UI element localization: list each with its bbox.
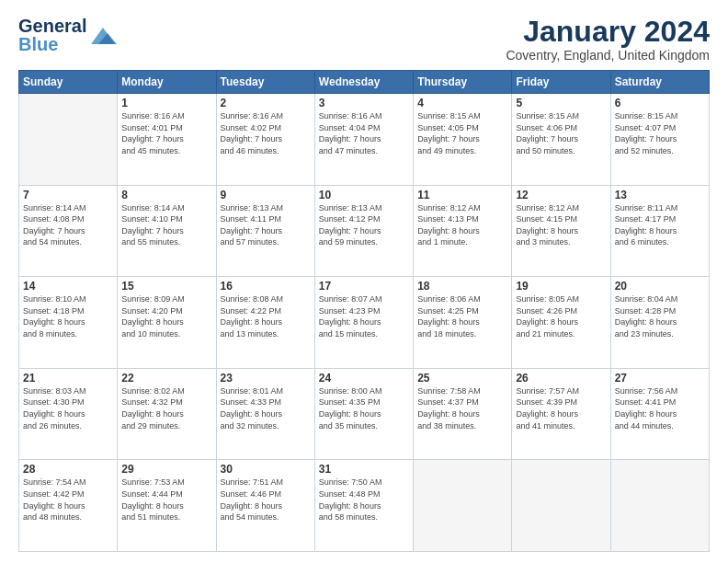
calendar-cell: 10Sunrise: 8:13 AMSunset: 4:12 PMDayligh… [314,185,413,277]
calendar-cell: 3Sunrise: 8:16 AMSunset: 4:04 PMDaylight… [314,94,413,186]
calendar-table: Sunday Monday Tuesday Wednesday Thursday… [18,70,710,552]
calendar-cell: 17Sunrise: 8:07 AMSunset: 4:23 PMDayligh… [314,277,413,369]
logo-text: General Blue [18,17,86,53]
calendar-cell: 13Sunrise: 8:11 AMSunset: 4:17 PMDayligh… [610,185,709,277]
day-info: Sunrise: 8:14 AMSunset: 4:10 PMDaylight:… [121,202,211,248]
day-number: 3 [319,97,409,109]
day-info: Sunrise: 8:01 AMSunset: 4:33 PMDaylight:… [221,385,311,431]
day-number: 31 [319,463,409,476]
calendar-cell: 2Sunrise: 8:16 AMSunset: 4:02 PMDaylight… [216,94,314,186]
day-info: Sunrise: 7:57 AMSunset: 4:39 PMDaylight:… [516,385,606,431]
calendar-header-row: Sunday Monday Tuesday Wednesday Thursday… [19,71,710,94]
calendar-cell: 15Sunrise: 8:09 AMSunset: 4:20 PMDayligh… [118,277,216,369]
day-number: 15 [121,280,211,293]
day-info: Sunrise: 8:13 AMSunset: 4:11 PMDaylight:… [221,202,311,248]
day-number: 11 [417,189,507,201]
calendar-cell [414,460,512,552]
calendar-cell: 11Sunrise: 8:12 AMSunset: 4:13 PMDayligh… [414,185,512,277]
calendar: Sunday Monday Tuesday Wednesday Thursday… [18,70,710,552]
day-number: 6 [615,97,705,109]
calendar-cell: 26Sunrise: 7:57 AMSunset: 4:39 PMDayligh… [512,368,610,460]
day-info: Sunrise: 7:56 AMSunset: 4:41 PMDaylight:… [615,385,705,431]
calendar-cell: 25Sunrise: 7:58 AMSunset: 4:37 PMDayligh… [414,368,512,460]
day-number: 17 [319,280,409,293]
day-info: Sunrise: 8:14 AMSunset: 4:08 PMDaylight:… [23,202,113,248]
day-info: Sunrise: 8:05 AMSunset: 4:26 PMDaylight:… [516,293,606,339]
day-number: 25 [417,372,507,385]
calendar-cell: 28Sunrise: 7:54 AMSunset: 4:42 PMDayligh… [19,460,118,552]
day-number: 18 [417,280,507,293]
calendar-cell: 18Sunrise: 8:06 AMSunset: 4:25 PMDayligh… [414,277,512,369]
day-info: Sunrise: 8:15 AMSunset: 4:06 PMDaylight:… [516,110,606,156]
day-number: 7 [23,189,113,201]
day-info: Sunrise: 7:54 AMSunset: 4:42 PMDaylight:… [23,477,113,523]
calendar-cell: 31Sunrise: 7:50 AMSunset: 4:48 PMDayligh… [314,460,413,552]
title-block: January 2024 Coventry, England, United K… [506,17,710,63]
calendar-cell: 21Sunrise: 8:03 AMSunset: 4:30 PMDayligh… [19,368,118,460]
day-number: 24 [319,372,409,385]
month-title: January 2024 [506,17,710,46]
day-info: Sunrise: 8:07 AMSunset: 4:23 PMDaylight:… [319,293,409,339]
day-number: 21 [23,372,113,385]
day-info: Sunrise: 8:12 AMSunset: 4:15 PMDaylight:… [516,202,606,248]
day-number: 28 [23,463,113,476]
col-thursday: Thursday [414,71,512,94]
calendar-cell: 14Sunrise: 8:10 AMSunset: 4:18 PMDayligh… [19,277,118,369]
day-info: Sunrise: 7:58 AMSunset: 4:37 PMDaylight:… [417,385,507,431]
day-info: Sunrise: 8:16 AMSunset: 4:02 PMDaylight:… [221,110,311,156]
day-number: 5 [516,97,606,109]
day-number: 30 [221,463,311,476]
day-number: 12 [516,189,606,201]
day-number: 27 [615,372,705,385]
day-info: Sunrise: 7:50 AMSunset: 4:48 PMDaylight:… [319,477,409,523]
calendar-cell: 8Sunrise: 8:14 AMSunset: 4:10 PMDaylight… [118,185,216,277]
day-info: Sunrise: 8:16 AMSunset: 4:01 PMDaylight:… [121,110,211,156]
calendar-cell: 4Sunrise: 8:15 AMSunset: 4:05 PMDaylight… [414,94,512,186]
col-sunday: Sunday [19,71,118,94]
day-info: Sunrise: 8:06 AMSunset: 4:25 PMDaylight:… [417,293,507,339]
day-info: Sunrise: 7:53 AMSunset: 4:44 PMDaylight:… [121,477,211,523]
calendar-week-row: 21Sunrise: 8:03 AMSunset: 4:30 PMDayligh… [19,368,710,460]
calendar-cell: 19Sunrise: 8:05 AMSunset: 4:26 PMDayligh… [512,277,610,369]
day-number: 29 [121,463,211,476]
calendar-cell: 22Sunrise: 8:02 AMSunset: 4:32 PMDayligh… [118,368,216,460]
calendar-week-row: 1Sunrise: 8:16 AMSunset: 4:01 PMDaylight… [19,94,710,186]
day-info: Sunrise: 8:03 AMSunset: 4:30 PMDaylight:… [23,385,113,431]
day-info: Sunrise: 8:09 AMSunset: 4:20 PMDaylight:… [121,293,211,339]
day-number: 16 [221,280,311,293]
calendar-week-row: 28Sunrise: 7:54 AMSunset: 4:42 PMDayligh… [19,460,710,552]
day-number: 20 [615,280,705,293]
day-number: 13 [615,189,705,201]
logo-icon [89,24,117,46]
calendar-cell: 29Sunrise: 7:53 AMSunset: 4:44 PMDayligh… [118,460,216,552]
calendar-week-row: 7Sunrise: 8:14 AMSunset: 4:08 PMDaylight… [19,185,710,277]
calendar-cell: 27Sunrise: 7:56 AMSunset: 4:41 PMDayligh… [610,368,709,460]
day-number: 10 [319,189,409,201]
logo-blue: Blue [18,34,58,54]
calendar-cell [19,94,118,186]
day-info: Sunrise: 8:00 AMSunset: 4:35 PMDaylight:… [319,385,409,431]
day-number: 1 [121,97,211,109]
calendar-cell: 9Sunrise: 8:13 AMSunset: 4:11 PMDaylight… [216,185,314,277]
day-info: Sunrise: 7:51 AMSunset: 4:46 PMDaylight:… [221,477,311,523]
calendar-cell: 23Sunrise: 8:01 AMSunset: 4:33 PMDayligh… [216,368,314,460]
col-monday: Monday [118,71,216,94]
logo: General Blue [18,17,117,53]
day-number: 4 [417,97,507,109]
day-number: 14 [23,280,113,293]
day-number: 22 [121,372,211,385]
day-info: Sunrise: 8:11 AMSunset: 4:17 PMDaylight:… [615,202,705,248]
logo-general: General [18,16,86,36]
day-info: Sunrise: 8:08 AMSunset: 4:22 PMDaylight:… [221,293,311,339]
calendar-cell: 12Sunrise: 8:12 AMSunset: 4:15 PMDayligh… [512,185,610,277]
day-number: 19 [516,280,606,293]
header: General Blue January 2024 Coventry, Engl… [18,17,710,63]
day-number: 23 [221,372,311,385]
day-info: Sunrise: 8:16 AMSunset: 4:04 PMDaylight:… [319,110,409,156]
calendar-cell: 5Sunrise: 8:15 AMSunset: 4:06 PMDaylight… [512,94,610,186]
calendar-week-row: 14Sunrise: 8:10 AMSunset: 4:18 PMDayligh… [19,277,710,369]
day-info: Sunrise: 8:04 AMSunset: 4:28 PMDaylight:… [615,293,705,339]
calendar-cell: 20Sunrise: 8:04 AMSunset: 4:28 PMDayligh… [610,277,709,369]
day-number: 9 [221,189,311,201]
calendar-cell [610,460,709,552]
